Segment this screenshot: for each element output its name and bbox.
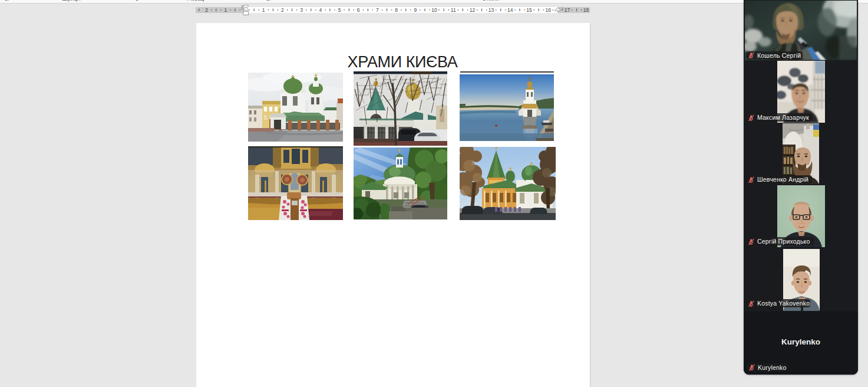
svg-text:15: 15 — [526, 7, 532, 13]
svg-text:3: 3 — [300, 7, 303, 13]
svg-text:18: 18 — [583, 7, 589, 13]
svg-text:6: 6 — [357, 7, 360, 13]
svg-text:16: 16 — [545, 7, 551, 13]
svg-text:13: 13 — [489, 7, 494, 13]
svg-text:17: 17 — [565, 7, 570, 13]
svg-text:1: 1 — [224, 7, 227, 13]
svg-text:7: 7 — [376, 7, 379, 13]
svg-text:8: 8 — [395, 7, 398, 13]
svg-text:11: 11 — [451, 7, 456, 13]
svg-text:1: 1 — [262, 7, 265, 13]
svg-text:2: 2 — [281, 7, 284, 13]
svg-text:10: 10 — [431, 7, 437, 13]
svg-text:12: 12 — [470, 7, 476, 13]
svg-text:5: 5 — [338, 7, 341, 13]
svg-text:14: 14 — [507, 7, 513, 13]
svg-text:4: 4 — [319, 7, 322, 13]
svg-text:9: 9 — [414, 7, 417, 13]
svg-text:2: 2 — [205, 7, 208, 13]
